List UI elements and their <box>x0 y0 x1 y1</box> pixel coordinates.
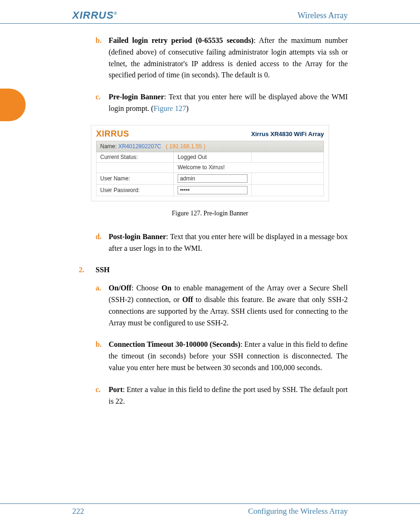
item-text: On/Off: Choose On to enable management o… <box>109 282 348 329</box>
screenshot-logo-icon: XIRRUS <box>96 129 129 139</box>
marker: b. <box>96 35 109 81</box>
marker: c. <box>96 384 109 407</box>
username-input[interactable]: admin <box>178 174 248 183</box>
list-item-c2: c. Port: Enter a value in this field to … <box>96 384 348 407</box>
marker: 2. <box>79 264 96 276</box>
body-content: b. Failed login retry period (0-65535 se… <box>0 35 420 407</box>
login-screenshot: XIRRUS Xirrus XR4830 WiFi Array Name: XR… <box>91 125 329 201</box>
page-number: 222 <box>72 507 84 516</box>
table-row: Current Status: Logged Out <box>96 152 324 162</box>
item-text: Failed login retry period (0-65535 secon… <box>109 35 348 81</box>
list-item-d: d. Post-login Banner: Text that you ente… <box>96 231 348 255</box>
screenshot-model: Xirrus XR4830 WiFi Array <box>251 131 324 138</box>
item-text: Port: Enter a value in this field to def… <box>109 384 348 407</box>
password-input[interactable]: ••••• <box>178 186 248 194</box>
marker: a. <box>96 282 109 329</box>
figure-link[interactable]: Figure 127 <box>153 104 186 112</box>
list-item-a2: a. On/Off: Choose On to enable managemen… <box>96 282 348 329</box>
status-value: Logged Out <box>173 152 251 162</box>
table-row: User Name: admin <box>96 172 324 184</box>
table-row: User Password: ••••• <box>96 184 324 196</box>
brand-logo-icon: XIRRUS® <box>72 9 117 21</box>
item-text: Connection Timeout 30-100000 (Seconds): … <box>109 339 348 373</box>
login-table: Current Status: Logged Out Welcome to Xi… <box>96 152 324 196</box>
footer-section: Configuring the Wireless Array <box>248 507 348 516</box>
marker: c. <box>96 91 109 115</box>
status-label: Current Status: <box>96 152 174 162</box>
list-item-b2: b. Connection Timeout 30-100000 (Seconds… <box>96 339 348 373</box>
username-label: User Name: <box>96 172 174 184</box>
figure-127: XIRRUS Xirrus XR4830 WiFi Array Name: XR… <box>91 125 329 217</box>
screenshot-name-bar: Name: XR4012802207C ( 192.168.1.55 ) <box>96 141 324 152</box>
item-text: Post-login Banner: Text that you enter h… <box>109 231 348 255</box>
list-item-2: 2. SSH <box>79 264 348 276</box>
page-footer: 222 Configuring the Wireless Array <box>0 503 420 516</box>
item-text: Pre-login Banner: Text that you enter he… <box>109 91 348 115</box>
page-header: XIRRUS® Wireless Array <box>0 9 420 24</box>
table-row: Welcome to Xirrus! <box>96 162 324 172</box>
list-item-b: b. Failed login retry period (0-65535 se… <box>96 35 348 81</box>
banner-value: Welcome to Xirrus! <box>173 162 324 172</box>
password-label: User Password: <box>96 184 174 196</box>
figure-caption: Figure 127. Pre-login Banner <box>91 210 329 217</box>
list-item-c: c. Pre-login Banner: Text that you enter… <box>96 91 348 115</box>
item-text: SSH <box>96 264 348 276</box>
marker: b. <box>96 339 109 373</box>
header-title: Wireless Array <box>297 11 348 21</box>
marker: d. <box>96 231 109 255</box>
